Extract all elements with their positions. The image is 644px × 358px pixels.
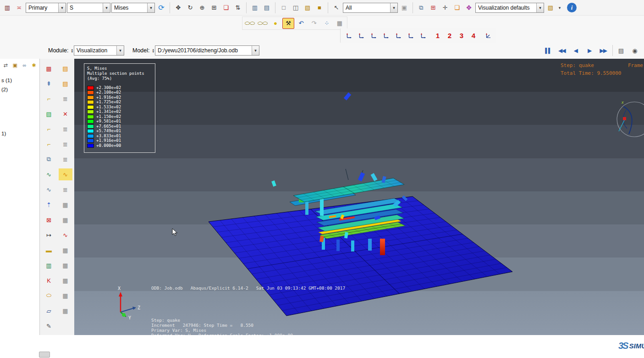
animation-options-icon[interactable]: ▤ (616, 45, 627, 56)
view-top-icon[interactable] (368, 30, 379, 41)
stream-options-icon[interactable]: ▦ (59, 290, 72, 302)
annotate-icon[interactable]: ✎ (42, 320, 56, 332)
snapshot-camera-icon[interactable]: ◉ (629, 45, 640, 56)
view-preset-number[interactable]: 2 (445, 32, 455, 39)
tree-item[interactable]: s (1) (1, 76, 38, 85)
undo-icon[interactable]: ↶ (295, 18, 307, 29)
view-cut-manager-icon[interactable]: ❏ (451, 2, 462, 13)
animate-scale-icon[interactable]: ⇡ (42, 199, 56, 211)
next-frame-button[interactable]: ▶ (583, 45, 596, 56)
tree-item[interactable]: 1) (1, 129, 38, 138)
view-cut-icon[interactable]: ▥ (249, 2, 260, 13)
field-variable-combo[interactable]: S ▾ (67, 3, 110, 13)
view-right-icon[interactable] (405, 30, 416, 41)
allow-multiple-states-icon[interactable]: ⧉ (42, 153, 56, 165)
deformed-plot-icon[interactable]: ▧ (42, 108, 56, 120)
shaded-render-icon[interactable]: ▧ (302, 2, 313, 13)
stream-plot-icon[interactable]: ⬭ (42, 290, 56, 302)
save-display-options-icon[interactable]: ▣ (399, 2, 410, 13)
chevron-down-icon[interactable]: ▾ (252, 46, 259, 55)
viewport-copy-icon[interactable]: ⧉ (416, 2, 427, 13)
ply-options-icon[interactable]: ▦ (59, 305, 72, 317)
last-frame-button[interactable]: ▶▶ (597, 45, 610, 56)
redo-icon[interactable]: ↷ (308, 18, 320, 29)
box-zoom-icon[interactable]: ⊞ (209, 2, 220, 13)
rotate-view-icon[interactable]: ↻ (185, 2, 196, 13)
spectrum-icon[interactable]: ▥ (42, 259, 56, 271)
symbol-options-icon[interactable]: ▤ (59, 78, 72, 90)
orientation-options-icon[interactable]: ≣ (59, 93, 72, 105)
contour-quilt-icon[interactable]: ⬭⬭ (257, 18, 269, 29)
contour-banded-icon[interactable]: ⬭⬭ (244, 18, 256, 29)
probe-values-icon[interactable]: ⚒ (282, 18, 294, 29)
select-cursor-icon[interactable]: ↖ (331, 2, 342, 13)
cycle-views-icon[interactable]: ⇅ (232, 2, 243, 13)
tree-item[interactable]: (2) (1, 85, 38, 94)
activate-strip-icon[interactable]: ▬ (42, 244, 56, 256)
render-style-icon[interactable]: ▧ (545, 2, 556, 13)
view-cut-options-icon[interactable]: ≣ (59, 153, 72, 165)
create-group-icon[interactable]: ▣ (11, 61, 19, 69)
chevron-down-icon[interactable]: ▾ (147, 3, 154, 12)
field-output-icon[interactable]: ↦ (42, 229, 56, 241)
movie-options-icon[interactable]: ▦ (59, 214, 72, 226)
chevron-down-icon[interactable]: ▾ (116, 46, 124, 55)
view-bottom-icon[interactable] (380, 30, 391, 41)
contour-plot-icon[interactable]: ▩ (42, 62, 56, 74)
hidden-line-render-icon[interactable]: ◫ (290, 2, 301, 13)
view-front-icon[interactable] (343, 30, 354, 41)
ply-stack-icon[interactable]: ▱ (42, 305, 56, 317)
symbol-plot-icon[interactable]: ⇞ (42, 78, 56, 90)
display-group-icon[interactable]: ▤ (261, 2, 272, 13)
animation-options-icon[interactable]: ▦ (59, 199, 72, 211)
previous-frame-button[interactable]: ◀ (569, 45, 582, 56)
field-position-combo[interactable]: Primary ▾ (26, 3, 66, 13)
path-icon[interactable]: ⁘ (321, 18, 333, 29)
field-output-toolbar-icon[interactable]: ≍ (14, 2, 25, 13)
refresh-contours-icon[interactable]: ⟳ (156, 2, 167, 13)
spinner-icon[interactable]: ▴▾ (153, 48, 154, 53)
probe-tool-icon[interactable]: ✛ (440, 2, 451, 13)
view-preset-number[interactable]: 4 (468, 32, 479, 39)
view-preset-number[interactable]: 1 (433, 32, 443, 39)
view-back-icon[interactable] (356, 30, 367, 41)
view-left-icon[interactable] (393, 30, 404, 41)
filled-render-icon[interactable]: ■ (314, 2, 325, 13)
defaults-combo[interactable]: Visualization defaults ▾ (475, 3, 544, 13)
view-user-defined-icon[interactable] (483, 30, 494, 41)
help-info-icon[interactable]: i (567, 3, 577, 12)
spinner-icon[interactable]: ▴▾ (71, 48, 73, 53)
tree-options-icon[interactable]: ✱ (30, 61, 38, 69)
swap-tree-icon[interactable]: ⇄ (1, 61, 10, 69)
strip-options-icon[interactable]: ▦ (59, 244, 72, 256)
field-refinement-combo[interactable]: Mises ▾ (111, 3, 155, 13)
selection-filter-combo[interactable]: All ▾ (343, 3, 398, 13)
chevron-down-icon[interactable]: ▾ (390, 3, 397, 12)
free-body-icon[interactable]: K (42, 274, 56, 286)
pause-button[interactable]: ▌▌ (542, 45, 555, 56)
superimpose-plot-icon[interactable]: ⌐ (42, 138, 56, 150)
horizontal-scrollbar-thumb[interactable] (39, 352, 50, 358)
superimpose-options-icon[interactable]: ≣ (59, 138, 72, 150)
view-preset-number[interactable]: 3 (457, 32, 467, 39)
contour-isosurface-icon[interactable]: ● (270, 18, 281, 29)
contour-options-icon[interactable]: ▤ (59, 62, 72, 74)
viewport[interactable]: S, Mises Multiple section points (Avg: 7… (74, 59, 644, 335)
xy-data-icon[interactable]: ∿ (42, 184, 56, 196)
link-objects-icon[interactable]: ∞ (20, 61, 28, 69)
session-odb-icon[interactable]: ▥ (2, 2, 13, 13)
chart-options-icon[interactable]: ≣ (59, 184, 72, 196)
magnify-view-icon[interactable]: ⊕ (197, 2, 208, 13)
spectrum-options-icon[interactable]: ▦ (59, 259, 72, 271)
first-frame-button[interactable]: ◀◀ (556, 45, 568, 56)
model-combo[interactable]: D:/yewu201706/dizheng/Job.odb ▾ (155, 45, 259, 56)
common-options-icon[interactable]: ≣ (59, 123, 72, 135)
pan-view-icon[interactable]: ✥ (173, 2, 184, 13)
chevron-down-icon[interactable]: ▾ (58, 3, 66, 12)
model-canvas[interactable] (74, 59, 644, 335)
free-body-options-icon[interactable]: ▦ (59, 274, 72, 286)
chevron-down-icon[interactable]: ▾ (557, 2, 562, 13)
wireframe-render-icon[interactable]: □ (278, 2, 289, 13)
chevron-down-icon[interactable]: ▾ (536, 3, 544, 12)
orientation-plot-icon[interactable]: ⌐ (42, 93, 56, 105)
